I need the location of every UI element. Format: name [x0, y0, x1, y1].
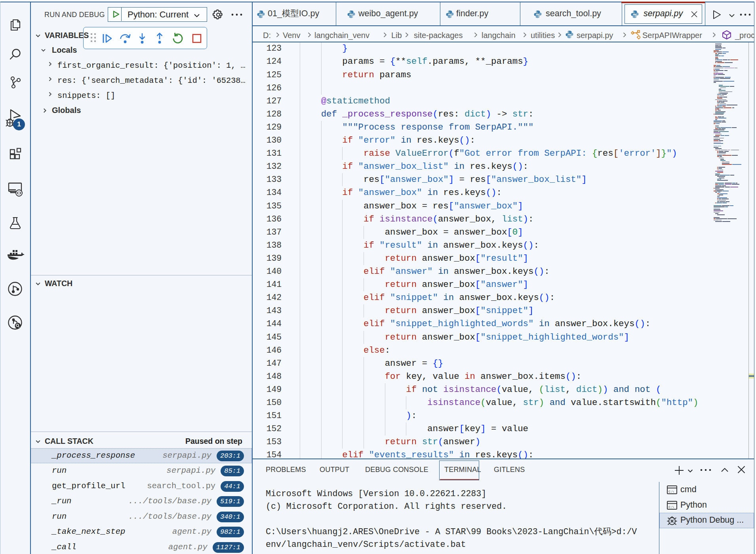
svg-text:C:\: C:\ — [668, 490, 674, 493]
svg-text:C:\: C:\ — [668, 505, 674, 509]
